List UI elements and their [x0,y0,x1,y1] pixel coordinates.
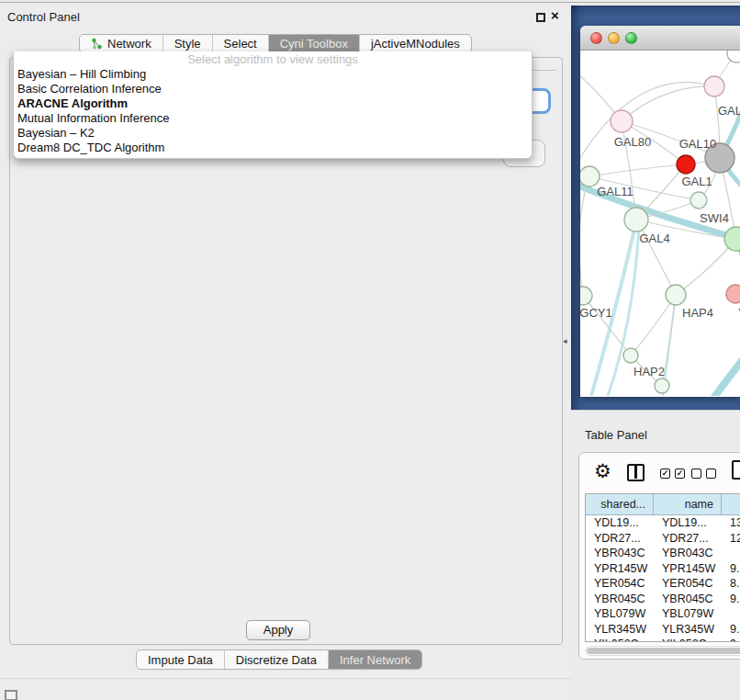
minimize-window-icon[interactable] [608,32,620,44]
node-label: GAL80 [614,135,651,149]
close-panel-icon[interactable]: × [551,7,559,23]
network-canvas[interactable]: GALGAL80GAL10GAL11GAL1GAL4SWI4GCY1HAP4YH… [580,51,740,396]
table-row[interactable]: YDR27...YDR27...12 [586,531,740,547]
table-settings-gear-icon[interactable]: ⚙ [594,460,611,482]
table-cell: YBR045C [586,592,654,607]
table-row[interactable]: YBL079WYBL079W [586,606,740,622]
column-header-name[interactable]: name [654,494,722,514]
network-node-hap2[interactable] [623,348,638,363]
table-cell: YPR145W [586,561,654,577]
table-header-row: shared...name [586,494,740,515]
node-table: shared...name YDL19...YDL19...13YDR27...… [585,493,740,642]
table-cell: YIL052C [654,637,722,642]
tab-cyni-toolbox-label: Cyni Toolbox [280,37,348,51]
table-row[interactable]: YBR045CYBR045C9. [586,592,740,607]
network-node-swi4[interactable] [724,227,740,251]
table-cell: YDL19... [654,515,722,531]
table-cell: YLR345W [654,622,722,638]
network-node-gal[interactable] [704,76,724,96]
apply-button[interactable]: Apply [246,620,310,640]
algorithm-option-bayesian-hill-climbing[interactable]: Bayesian – Hill Climbing [14,67,532,82]
network-node-gal80[interactable] [611,110,633,132]
network-window-frame: GALGAL80GAL10GAL11GAL1GAL4SWI4GCY1HAP4YH… [571,6,740,410]
algorithm-option-basic-correlation-inference[interactable]: Basic Correlation Inference [14,82,532,96]
tab-jactivemnodules[interactable]: jActiveMNodules [360,35,471,52]
tab-network[interactable]: Network [80,35,163,52]
algorithm-option-bayesian-k2[interactable]: Bayesian – K2 [14,126,532,141]
table-row[interactable]: YBR043CYBR043C [586,546,740,561]
node-label: SWI4 [700,211,729,225]
bottom-divider [0,678,571,679]
tab-cyni-toolbox[interactable]: Cyni Toolbox [269,35,360,52]
algorithm-dropdown-list: Select algorithm to view settings Bayesi… [13,51,533,159]
table-cell: YDL19... [586,515,654,531]
tab-style[interactable]: Style [163,35,213,52]
table-cell: 9. [722,622,740,638]
tab-network-label: Network [107,37,151,51]
algorithm-option-dream8-dc-tdc-algorithm[interactable]: Dream8 DC_TDC Algorithm [14,141,532,155]
network-node-gcy1[interactable] [580,287,592,305]
table-cell: YER054C [586,576,654,592]
algorithm-option-aracne-algorithm[interactable]: ARACNE Algorithm [14,96,532,111]
tab-select[interactable]: Select [213,35,269,52]
table-cell: 12 [722,531,740,547]
node-label: HAP4 [682,306,713,320]
table-row[interactable]: YDL19...YDL19...13 [586,515,740,531]
algorithm-option-mutual-information-inference[interactable]: Mutual Information Inference [14,111,532,126]
panel-splitter-arrow-icon[interactable]: ◂ [563,336,567,345]
algorithm-dropdown-options: Bayesian – Hill ClimbingBasic Correlatio… [14,67,532,155]
collapsed-panel-icon[interactable] [5,690,17,700]
checked-box-icon: ✓ [660,469,670,479]
checked-box-icon: ✓ [675,469,685,479]
bottom-tabs: Impute DataDiscretize DataInfer Network [136,649,422,670]
table-cell: YIL052C [586,637,654,642]
network-node[interactable] [655,378,669,393]
table-horizontal-scrollbar[interactable] [585,646,740,656]
column-header-shared[interactable]: shared... [586,494,654,514]
table-cell: YDR27... [654,531,722,547]
network-icon [91,38,103,50]
node-label: GAL11 [597,185,633,198]
network-window-titlebar[interactable] [580,26,740,51]
hidden-groupbox-edge [531,70,556,71]
table-row[interactable]: YPR145WYPR145W9. [586,561,740,577]
network-node-hap4[interactable] [666,285,686,305]
network-node[interactable] [727,51,740,62]
table-cell: YBL079W [654,606,722,622]
table-row[interactable]: YIL052CYIL052C9 [586,637,740,642]
node-label: GCY1 [580,306,612,320]
show-columns-icon[interactable] [627,464,645,481]
control-panel-tabs: NetworkStyleSelectCyni ToolboxjActiveMNo… [79,34,472,53]
select-all-columns-icon[interactable]: ✓ ✓ [660,469,685,479]
network-node-y[interactable] [726,285,740,303]
network-node-gal4[interactable] [624,208,648,231]
close-window-icon[interactable] [590,32,602,44]
column-header-extra[interactable] [722,494,740,514]
node-label: HAP2 [633,365,665,378]
node-label: GAL4 [639,231,669,245]
tab-impute-data-label: Impute Data [148,653,213,667]
table-row[interactable]: YER054CYER054C8. [586,576,740,592]
network-node-gal11[interactable] [580,166,600,186]
tab-infer-network[interactable]: Infer Network [329,650,421,669]
table-panel-title: Table Panel [585,428,647,442]
table-cell: 9. [722,592,740,607]
table-cell: 13 [722,515,740,531]
table-cell: 9 [722,637,740,642]
tab-style-label: Style [174,37,201,51]
tab-discretize-data[interactable]: Discretize Data [225,650,329,669]
table-cell: YBR043C [586,546,654,561]
algorithm-dropdown-placeholder: Select algorithm to view settings [14,52,532,67]
top-divider [0,2,740,3]
export-table-icon[interactable] [732,460,740,480]
tab-impute-data[interactable]: Impute Data [137,650,225,669]
zoom-window-icon[interactable] [625,32,637,44]
network-node[interactable] [677,155,695,174]
float-panel-icon[interactable] [536,13,545,22]
table-cell: 9. [722,561,740,577]
unchecked-box-icon [706,469,716,479]
table-row[interactable]: YLR345WYLR345W9. [586,622,740,638]
tab-select-label: Select [224,37,257,51]
deselect-all-columns-icon[interactable] [691,469,716,479]
network-node-gal1[interactable] [690,192,707,209]
